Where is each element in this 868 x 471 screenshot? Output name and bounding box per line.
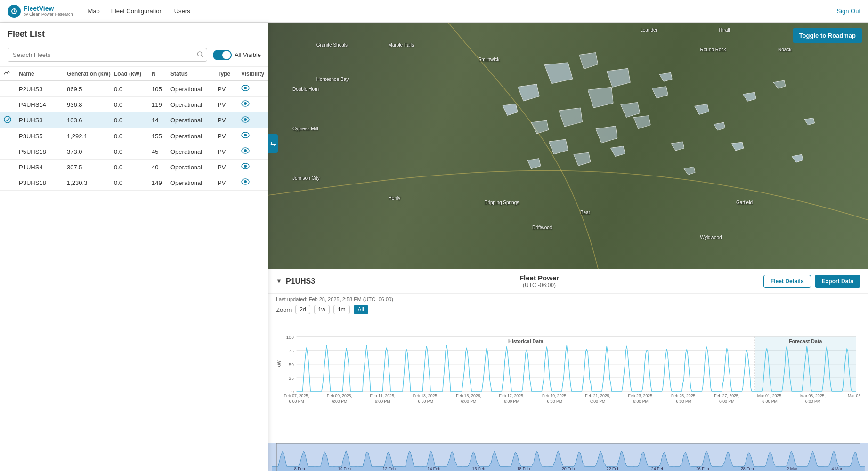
- map-canvas: [268, 23, 868, 269]
- left-panel: Fleet List All Visible Name Generation (…: [0, 23, 268, 471]
- row-n: 155: [152, 133, 170, 140]
- chart-container: 0255075100kWHistorical DataForecast Data…: [276, 317, 860, 425]
- svg-text:20 Feb: 20 Feb: [562, 466, 575, 471]
- toggle-thumb: [222, 51, 231, 59]
- table-row[interactable]: P3UHS5 1,292.1 0.0 155 Operational PV: [0, 128, 268, 144]
- svg-point-3: [197, 52, 202, 56]
- table-row[interactable]: P1UHS4 307.5 0.0 40 Operational PV: [0, 160, 268, 175]
- svg-text:Feb 19, 2025,: Feb 19, 2025,: [542, 393, 568, 398]
- svg-text:6:00 PM: 6:00 PM: [762, 399, 777, 404]
- nav-map[interactable]: Map: [88, 6, 100, 16]
- row-visibility-icon[interactable]: [241, 116, 265, 125]
- row-type: PV: [218, 101, 241, 108]
- row-type: PV: [218, 117, 241, 124]
- table-row[interactable]: P5UHS18 373.0 0.0 45 Operational PV: [0, 144, 268, 160]
- row-n: 45: [152, 148, 170, 155]
- row-type: PV: [218, 86, 241, 93]
- svg-text:Feb 13, 2025,: Feb 13, 2025,: [413, 393, 438, 398]
- svg-text:Historical Data: Historical Data: [508, 338, 544, 344]
- fleet-details-button[interactable]: Fleet Details: [763, 275, 811, 288]
- row-n: 40: [152, 164, 170, 171]
- all-visible-toggle[interactable]: All Visible: [213, 50, 261, 60]
- svg-point-11: [244, 118, 247, 121]
- col-generation[interactable]: Generation (kW): [67, 71, 114, 77]
- row-status: Operational: [170, 179, 218, 186]
- search-input[interactable]: [8, 48, 207, 62]
- row-visibility-icon[interactable]: [241, 163, 265, 171]
- row-load: 0.0: [114, 101, 152, 108]
- svg-text:Feb 09, 2025,: Feb 09, 2025,: [327, 393, 352, 398]
- svg-text:12 Feb: 12 Feb: [383, 466, 396, 471]
- svg-text:10 Feb: 10 Feb: [338, 466, 351, 471]
- svg-text:6:00 PM: 6:00 PM: [719, 399, 734, 404]
- row-generation: 1,292.1: [67, 133, 114, 140]
- col-n[interactable]: N: [152, 71, 170, 77]
- row-generation: 103.6: [67, 117, 114, 124]
- toggle-switch[interactable]: [213, 50, 232, 60]
- minimap-svg: 8 Feb10 Feb12 Feb14 Feb16 Feb18 Feb20 Fe…: [268, 443, 868, 471]
- last-updated-text: Last updated: Feb 28, 2025, 2:58 PM (UTC…: [276, 294, 860, 303]
- svg-text:Feb 15, 2025,: Feb 15, 2025,: [456, 393, 481, 398]
- col-load[interactable]: Load (kW): [114, 71, 152, 77]
- zoom-2d-button[interactable]: 2d: [295, 305, 310, 314]
- zoom-all-button[interactable]: All: [354, 305, 368, 314]
- row-type: PV: [218, 179, 241, 186]
- row-visibility-icon[interactable]: [241, 132, 265, 140]
- zoom-1w-button[interactable]: 1w: [314, 305, 330, 314]
- svg-text:100: 100: [286, 335, 294, 340]
- table-row[interactable]: P2UHS3 869.5 0.0 105 Operational PV: [0, 81, 268, 97]
- svg-text:6:00 PM: 6:00 PM: [805, 399, 820, 404]
- svg-point-6: [244, 87, 247, 89]
- svg-point-8: [244, 102, 247, 105]
- zoom-1m-button[interactable]: 1m: [333, 305, 350, 314]
- row-visibility-icon[interactable]: [241, 147, 265, 156]
- svg-point-17: [244, 165, 247, 168]
- toggle-roadmap-button[interactable]: Toggle to Roadmap: [793, 28, 862, 43]
- col-status[interactable]: Status: [170, 71, 218, 77]
- svg-text:6:00 PM: 6:00 PM: [461, 399, 476, 404]
- col-name[interactable]: Name: [19, 71, 67, 77]
- row-visibility-icon[interactable]: [241, 178, 265, 187]
- row-status: Operational: [170, 101, 218, 108]
- row-generation: 1,230.3: [67, 179, 114, 186]
- col-type[interactable]: Type: [218, 71, 241, 77]
- row-load: 0.0: [114, 164, 152, 171]
- table-row[interactable]: P1UHS3 103.6 0.0 14 Operational PV: [0, 112, 268, 128]
- main-container: Fleet List All Visible Name Generation (…: [0, 23, 868, 471]
- map-container[interactable]: Toggle to Roadmap Granite Shoals Marble …: [268, 23, 868, 269]
- search-bar: All Visible: [0, 43, 268, 67]
- chart-area: Last updated: Feb 28, 2025, 2:58 PM (UTC…: [268, 294, 868, 443]
- svg-text:Forecast Data: Forecast Data: [789, 338, 822, 344]
- svg-line-2: [14, 11, 16, 12]
- logo: FleetView by Clean Power Research: [8, 5, 73, 18]
- row-name: P1UHS3: [19, 117, 67, 124]
- nav-fleet-config[interactable]: Fleet Configuration: [111, 6, 163, 16]
- svg-text:26 Feb: 26 Feb: [696, 466, 709, 471]
- main-nav: Map Fleet Configuration Users: [88, 6, 190, 16]
- svg-text:16 Feb: 16 Feb: [472, 466, 486, 471]
- map-area: Toggle to Roadmap Granite Shoals Marble …: [268, 23, 868, 471]
- row-name: P5UHS18: [19, 148, 67, 155]
- row-visibility-icon[interactable]: [241, 85, 265, 93]
- row-type: PV: [218, 133, 241, 140]
- svg-text:Mar 01, 2025,: Mar 01, 2025,: [757, 393, 783, 398]
- col-visibility[interactable]: Visibility: [241, 71, 265, 77]
- nav-users[interactable]: Users: [174, 6, 190, 16]
- row-visibility-icon[interactable]: [241, 100, 265, 109]
- svg-point-13: [244, 134, 247, 136]
- export-data-button[interactable]: Export Data: [815, 275, 860, 288]
- table-header: Name Generation (kW) Load (kW) N Status …: [0, 67, 268, 81]
- row-name: P2UHS3: [19, 86, 67, 93]
- row-status: Operational: [170, 164, 218, 171]
- svg-text:14 Feb: 14 Feb: [428, 466, 441, 471]
- svg-text:Feb 23, 2025,: Feb 23, 2025,: [628, 393, 654, 398]
- svg-text:2 Mar: 2 Mar: [787, 466, 797, 471]
- sign-out-button[interactable]: Sign Out: [836, 8, 860, 15]
- minimap[interactable]: 8 Feb10 Feb12 Feb14 Feb16 Feb18 Feb20 Fe…: [268, 443, 868, 471]
- svg-text:Feb 07, 2025,: Feb 07, 2025,: [284, 393, 309, 398]
- collapse-panel-button[interactable]: ⇆: [268, 134, 278, 153]
- fleet-chevron-icon[interactable]: ▼: [276, 278, 282, 285]
- table-row[interactable]: P3UHS18 1,230.3 0.0 149 Operational PV: [0, 175, 268, 191]
- table-row[interactable]: P4UHS14 936.8 0.0 119 Operational PV: [0, 97, 268, 112]
- row-load: 0.0: [114, 117, 152, 124]
